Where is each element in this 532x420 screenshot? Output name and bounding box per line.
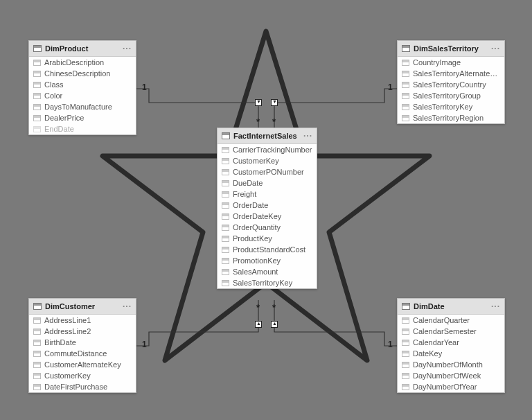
column-icon [222,202,229,209]
column-icon [402,115,409,121]
cardinality-one: 1 [142,82,147,92]
column-icon [222,213,229,220]
cardinality-many: * [272,116,276,127]
field-item[interactable]: DealerPrice [29,112,136,123]
table-icon [402,303,410,310]
field-item[interactable]: DayNumberOfWeek [398,370,504,381]
table-title: DimSalesTerritory [414,44,491,53]
table-title: FactInternetSales [233,132,303,140]
field-item[interactable]: DueDate [218,177,317,189]
field-item[interactable]: ArabicDescription [29,57,136,68]
field-item[interactable]: DateKey [398,348,504,359]
field-list: AddressLine1 AddressLine2 BirthDate Comm… [29,315,136,392]
table-dimsalesterritory[interactable]: DimSalesTerritory ··· CountryImage Sales… [397,40,505,124]
column-icon [222,236,229,242]
field-item[interactable]: SalesTerritoryKey [218,277,317,288]
field-item[interactable]: OrderDate [218,200,317,211]
field-item[interactable]: BirthDate [29,337,136,348]
field-item[interactable]: SalesTerritoryAlternateKey [398,68,504,79]
more-icon[interactable]: ··· [123,301,132,311]
field-item[interactable]: SalesTerritoryGroup [398,90,504,101]
field-item[interactable]: CalendarSemester [398,326,504,337]
field-item[interactable]: SalesTerritoryCountry [398,79,504,90]
column-icon [33,373,41,379]
table-icon [402,45,410,52]
column-icon [222,247,229,253]
table-title: DimDate [414,302,491,310]
table-title: DimCustomer [45,302,123,310]
field-item[interactable]: EndDate [29,123,136,134]
column-icon [402,351,409,357]
field-item[interactable]: CountryImage [398,57,504,68]
field-item[interactable]: Class [29,79,136,90]
field-item[interactable]: CustomerKey [218,155,317,166]
column-icon [402,329,409,335]
table-header[interactable]: DimDate ··· [398,299,504,315]
table-header[interactable]: DimProduct ··· [29,41,136,57]
column-icon [222,280,229,286]
field-item[interactable]: AddressLine2 [29,326,136,337]
column-icon [222,225,229,231]
filter-direction-icon [271,99,278,106]
column-icon [402,71,409,77]
field-item[interactable]: CarrierTrackingNumber [218,144,317,155]
column-icon [33,384,41,390]
field-list: CalendarQuarter CalendarSemester Calenda… [398,315,504,392]
field-item[interactable]: CustomerAlternateKey [29,359,136,370]
table-factinternetsales[interactable]: FactInternetSales ··· CarrierTrackingNum… [217,128,317,289]
filter-direction-icon [255,321,262,328]
column-icon [222,158,229,164]
diagram-canvas: DimProduct ··· ArabicDescription Chinese… [0,0,532,420]
field-item[interactable]: ChineseDescription [29,68,136,79]
field-item[interactable]: PromotionKey [218,255,317,266]
table-dimcustomer[interactable]: DimCustomer ··· AddressLine1 AddressLine… [28,298,136,393]
field-item[interactable]: SalesTerritoryRegion [398,112,504,123]
field-item[interactable]: AddressLine1 [29,315,136,326]
table-header[interactable]: FactInternetSales ··· [218,128,317,144]
column-icon [402,104,409,110]
cardinality-one: 1 [388,340,393,349]
more-icon[interactable]: ··· [303,131,312,141]
more-icon[interactable]: ··· [491,44,500,53]
table-dimdate[interactable]: DimDate ··· CalendarQuarter CalendarSeme… [397,298,505,393]
column-icon [33,340,41,346]
column-icon [402,93,409,99]
field-item[interactable]: SalesAmount [218,266,317,277]
field-item[interactable]: Freight [218,189,317,200]
column-icon [33,93,41,99]
field-list: CarrierTrackingNumber CustomerKey Custom… [218,144,317,288]
column-icon [33,351,41,357]
field-item[interactable]: CustomerPONumber [218,166,317,177]
column-icon [402,340,409,346]
column-icon [222,269,229,275]
more-icon[interactable]: ··· [123,44,132,53]
column-icon [33,82,41,88]
table-header[interactable]: DimCustomer ··· [29,299,136,315]
field-item[interactable]: CommuteDistance [29,348,136,359]
table-title: DimProduct [45,44,123,53]
field-item[interactable]: OrderDateKey [218,211,317,222]
field-item[interactable]: DayNumberOfYear [398,381,504,392]
column-icon [33,362,41,368]
filter-direction-icon [255,99,262,106]
field-item[interactable]: ProductKey [218,233,317,244]
table-icon [222,132,230,139]
table-dimproduct[interactable]: DimProduct ··· ArabicDescription Chinese… [28,40,136,135]
field-item[interactable]: Color [29,90,136,101]
column-icon [402,317,409,324]
field-item[interactable]: CalendarQuarter [398,315,504,326]
field-item[interactable]: ProductStandardCost [218,244,317,255]
table-icon [33,303,42,310]
field-item[interactable]: SalesTerritoryKey [398,101,504,112]
field-item[interactable]: DateFirstPurchase [29,381,136,392]
field-item[interactable]: OrderQuantity [218,222,317,233]
more-icon[interactable]: ··· [491,301,500,311]
table-header[interactable]: DimSalesTerritory ··· [398,41,504,57]
column-icon [222,180,229,186]
column-icon [222,191,229,198]
field-item[interactable]: CalendarYear [398,337,504,348]
field-item[interactable]: CustomerKey [29,370,136,381]
column-icon [402,384,409,390]
field-item[interactable]: DaysToManufacture [29,101,136,112]
field-item[interactable]: DayNumberOfMonth [398,359,504,370]
